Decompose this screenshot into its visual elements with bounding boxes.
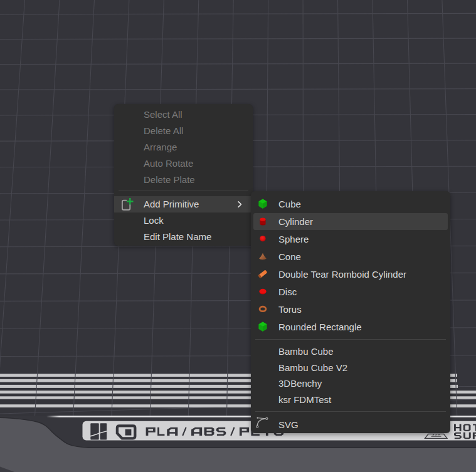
menu-item-edit-plate-name[interactable]: Edit Plate Name	[114, 229, 253, 245]
cube-icon	[257, 198, 268, 210]
menu-item-torus[interactable]: Torus	[251, 300, 450, 318]
menu-item-label: Cylinder	[278, 216, 313, 227]
menu-item-rounded-rectangle[interactable]: Rounded Rectangle	[251, 318, 450, 335]
svg-icon	[256, 416, 268, 429]
menu-item-label: ksr FDMTest	[278, 394, 331, 405]
menu-item-cylinder[interactable]: Cylinder	[251, 212, 450, 230]
menu-item-label: Rounded Rectangle	[278, 322, 362, 332]
menu-item-delete-all[interactable]: Delete All	[114, 122, 253, 139]
menu-item-label: Delete All	[144, 125, 183, 136]
menu-item-label: Cone	[278, 251, 301, 262]
menu-item-label: Add Primitive	[144, 199, 199, 209]
add-primitive-icon	[121, 197, 134, 211]
menu-item-lock[interactable]: Lock	[114, 212, 253, 229]
menu-item-select-all[interactable]: Select All	[114, 106, 253, 122]
menu-item-label: Delete Plate	[144, 174, 195, 185]
cylinder-icon	[257, 216, 268, 228]
plate-context-menu: Select AllDelete AllArrangeAuto RotateDe…	[114, 104, 253, 246]
cone-icon	[257, 251, 268, 263]
rounded-rectangle-icon	[257, 321, 268, 333]
menu-separator	[119, 191, 248, 191]
menu-item-arrange[interactable]: Arrange	[114, 139, 253, 155]
menu-item-auto-rotate[interactable]: Auto Rotate	[114, 155, 253, 171]
menu-item-bambu-cube-v2[interactable]: Bambu Cube V2	[251, 360, 450, 376]
menu-item-cone[interactable]: Cone	[251, 248, 450, 265]
menu-separator	[255, 411, 446, 412]
chevron-right-icon	[238, 201, 242, 207]
menu-item-delete-plate[interactable]: Delete Plate	[114, 171, 253, 187]
menu-item-double-tear-romboid-cylinder[interactable]: Double Tear Romboid Cylinder	[251, 265, 450, 283]
menu-item-label: Cube	[278, 199, 301, 209]
bambu-logo	[90, 423, 107, 439]
menu-item-label: Bambu Cube V2	[278, 362, 347, 373]
menu-item-ksr-fdmtest[interactable]: ksr FDMTest	[251, 392, 450, 408]
menu-item-label: Torus	[278, 304, 302, 315]
disc-icon	[257, 286, 268, 298]
double-tear-romboid-cylinder-icon	[257, 268, 268, 280]
menu-item-label: Edit Plate Name	[144, 231, 211, 242]
menu-item-label: SVG	[278, 419, 299, 430]
menu-item-label: 3DBenchy	[278, 378, 322, 389]
menu-item-label: Double Tear Romboid Cylinder	[278, 269, 406, 280]
menu-item-label: Arrange	[144, 142, 177, 152]
menu-item-bambu-cube[interactable]: Bambu Cube	[251, 344, 450, 360]
menu-separator	[255, 339, 446, 340]
torus-icon	[257, 303, 268, 315]
menu-item-label: Disc	[278, 286, 297, 297]
viewport-3d-scene: Select AllDelete AllArrangeAuto RotateDe…	[0, 0, 476, 472]
add-primitive-submenu: CubeCylinderSphereConeDouble Tear Romboi…	[251, 191, 450, 433]
menu-item-3dbenchy[interactable]: 3DBenchy	[251, 375, 450, 392]
menu-item-sphere[interactable]: Sphere	[251, 230, 450, 248]
menu-item-label: Bambu Cube	[278, 346, 334, 357]
menu-item-label: Select All	[144, 109, 182, 120]
menu-item-svg[interactable]: SVG	[251, 416, 450, 433]
menu-item-label: Lock	[144, 215, 164, 226]
sphere-icon	[257, 233, 268, 245]
menu-item-add-primitive[interactable]: Add Primitive	[114, 196, 253, 212]
menu-item-label: Sphere	[278, 234, 309, 244]
menu-item-label: Auto Rotate	[144, 158, 193, 169]
menu-item-disc[interactable]: Disc	[251, 283, 450, 300]
menu-item-cube[interactable]: Cube	[251, 195, 450, 212]
